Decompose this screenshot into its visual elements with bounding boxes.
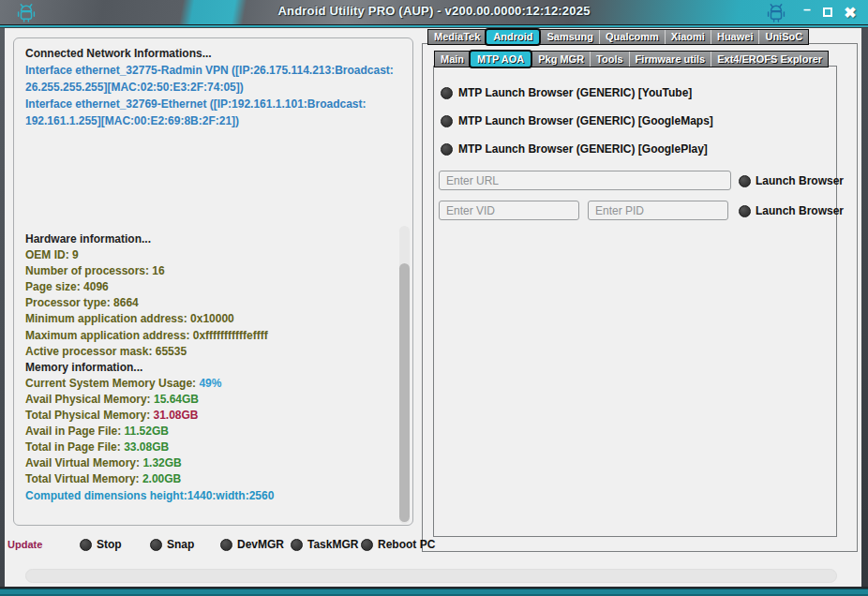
info-value: 31.08GB <box>153 409 198 422</box>
info-line: Processor type: 8664 <box>25 295 401 311</box>
info-label: Avail in Page File: <box>25 425 125 438</box>
info-line: OEM ID: 9 <box>25 247 401 263</box>
android-icon <box>765 3 787 22</box>
pid-input[interactable] <box>588 201 728 220</box>
info-line: Avail in Page File: 11.52GB <box>25 424 401 440</box>
footer-radio-button[interactable]: Reboot PC <box>361 538 431 551</box>
footer-button-row: Stop Snap DevMGR TaskMGR Reboot PC <box>80 538 431 551</box>
info-label: Connected Network Informations... <box>25 47 212 60</box>
footer-button-label: DevMGR <box>237 538 284 551</box>
info-label: Hardware information... <box>25 232 151 246</box>
vendor-tab[interactable]: Xiaomi <box>665 30 711 44</box>
info-label: Avail Virtual Memory: <box>25 456 142 469</box>
radio-icon[interactable] <box>80 539 92 551</box>
info-label: Total Physical Memory: <box>25 409 153 422</box>
radio-icon[interactable] <box>739 175 751 187</box>
vendor-tab[interactable]: Huawei <box>711 30 759 44</box>
info-label: 26.255.255.255][MAC:02:50:E3:2F:74:05]) <box>25 81 244 94</box>
scrollbar-track[interactable] <box>399 226 410 524</box>
app-window: Android Utility PRO (AUP) - v200.00.0000… <box>0 0 868 596</box>
update-link[interactable]: Update <box>7 539 42 550</box>
info-line: Active processor mask: 65535 <box>25 344 401 360</box>
radio-icon[interactable] <box>361 539 373 551</box>
radio-icon[interactable] <box>291 539 303 551</box>
vid-input[interactable] <box>439 201 579 220</box>
info-label: Processor type: 8664 <box>25 296 139 309</box>
info-line: Interface ethernet_32769-Ethernet ([IP:1… <box>25 96 401 112</box>
radio-icon[interactable] <box>441 115 453 127</box>
vendor-tab[interactable]: Qualcomm <box>599 30 665 44</box>
vendor-tab[interactable]: Android <box>485 28 541 46</box>
info-label: OEM ID: 9 <box>25 248 79 261</box>
info-line: Avail Physical Memory: 15.64GB <box>25 392 401 408</box>
footer-button-label: Snap <box>167 538 194 551</box>
info-value: 2.00GB <box>142 472 181 485</box>
info-line: 26.255.255.255][MAC:02:50:E3:2F:74:05]) <box>25 79 401 96</box>
footer-button-label: Reboot PC <box>378 538 435 551</box>
vendor-tab[interactable]: Samsung <box>540 30 599 44</box>
system-info-panel: Connected Network Informations... Interf… <box>13 37 413 526</box>
radio-icon[interactable] <box>739 205 751 217</box>
minimize-button[interactable]: – <box>799 0 816 24</box>
mtp-launch-option[interactable]: MTP Launch Browser (GENERIC) [YouTube] <box>441 86 713 99</box>
hardware-info-block: Hardware information... OEM ID: 9 Number… <box>25 231 401 504</box>
footer-radio-button[interactable]: Snap <box>150 538 220 551</box>
info-label: Interface ethernet_32769-Ethernet ([IP:1… <box>25 97 367 111</box>
launch-browser-label: Launch Browser <box>756 174 844 187</box>
url-input[interactable] <box>439 171 731 190</box>
info-line: Current System Memory Usage: 49% <box>25 376 401 392</box>
info-label: Minimum application address: 0x10000 <box>25 312 234 325</box>
maximize-button[interactable] <box>819 0 836 24</box>
launch-browser-vidpid[interactable]: Launch Browser <box>739 204 844 217</box>
info-label: Total Virtual Memory: <box>25 472 142 485</box>
info-label: Total in Page File: <box>25 440 124 454</box>
scrollbar-thumb[interactable] <box>399 263 410 522</box>
sub-tab[interactable]: Main <box>435 52 470 67</box>
info-line: Avail Virtual Memory: 1.32GB <box>25 455 401 471</box>
launch-browser-url[interactable]: Launch Browser <box>739 174 844 187</box>
info-line: Maximum application address: 0xfffffffff… <box>25 328 401 344</box>
mtp-launch-label: MTP Launch Browser (GENERIC) [GooglePlay… <box>458 142 708 156</box>
footer-radio-button[interactable]: Stop <box>80 538 150 551</box>
mtp-launch-option[interactable]: MTP Launch Browser (GENERIC) [GooglePlay… <box>441 142 713 156</box>
info-label: Computed dimensions height:1440:width:25… <box>25 489 274 502</box>
info-line: Total in Page File: 33.08GB <box>25 440 401 455</box>
info-value: 11.52GB <box>125 425 169 438</box>
sub-tab-bar: Main MTP AOA Pkg MGR Tools Firmware util… <box>434 51 829 67</box>
footer-radio-button[interactable]: TaskMGR <box>291 538 361 551</box>
info-label: Maximum application address: 0xfffffffff… <box>25 329 268 342</box>
info-line: Minimum application address: 0x10000 <box>25 311 401 327</box>
radio-icon[interactable] <box>220 539 232 551</box>
window-bottom-border <box>0 587 868 596</box>
info-label: Active processor mask: 65535 <box>25 345 187 358</box>
mtp-launch-option[interactable]: MTP Launch Browser (GENERIC) [GoogleMaps… <box>441 114 713 127</box>
footer-radio-button[interactable]: DevMGR <box>220 538 291 551</box>
info-label: Memory information... <box>25 361 142 374</box>
radio-icon[interactable] <box>150 539 162 551</box>
info-line: 192.161.1.255][MAC:00:E2:69:8B:2F:21]) <box>25 112 401 129</box>
sub-tab[interactable]: Firmware utils <box>629 52 711 67</box>
info-label: Number of processors: 16 <box>25 264 165 277</box>
sub-tab[interactable]: Tools <box>590 52 629 67</box>
info-line: Total Virtual Memory: 2.00GB <box>25 471 401 487</box>
vendor-tab[interactable]: UniSoC <box>758 30 808 44</box>
title-bar: Android Utility PRO (AUP) - v200.00.0000… <box>0 0 868 24</box>
info-value: 49% <box>199 377 221 390</box>
network-info-block: Connected Network Informations... Interf… <box>25 45 401 129</box>
sub-tab[interactable]: Pkg MGR <box>531 52 590 67</box>
mtp-launch-options: MTP Launch Browser (GENERIC) [YouTube] M… <box>441 86 713 171</box>
info-value: 33.08GB <box>124 440 169 454</box>
close-button[interactable]: ✖ <box>840 0 861 24</box>
radio-icon[interactable] <box>441 87 453 99</box>
sub-tab[interactable]: Ext4/EROFS Explorer <box>711 52 828 67</box>
info-line: Total Physical Memory: 31.08GB <box>25 408 401 424</box>
info-label: Page size: 4096 <box>25 280 109 293</box>
vendor-tab-bar: MediaTek Android Samsung Qualcomm Xiaomi… <box>427 29 809 45</box>
footer-button-label: TaskMGR <box>307 538 358 551</box>
mtp-launch-label: MTP Launch Browser (GENERIC) [GoogleMaps… <box>458 114 713 127</box>
radio-icon[interactable] <box>441 143 453 156</box>
vendor-tab[interactable]: MediaTek <box>428 30 486 44</box>
sub-tab[interactable]: MTP AOA <box>469 50 532 68</box>
info-label: 192.161.1.255][MAC:00:E2:69:8B:2F:21]) <box>25 114 239 127</box>
maximize-icon <box>823 7 832 17</box>
